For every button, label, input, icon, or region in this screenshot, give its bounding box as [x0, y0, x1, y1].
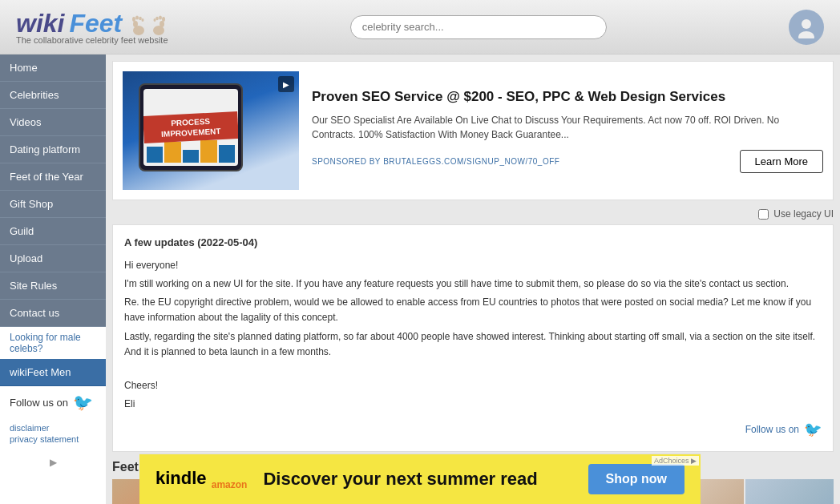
ad-description: Our SEO Specialist Are Available On Live… [312, 113, 823, 142]
foot-icon-right [150, 13, 168, 35]
feet-thumb[interactable] [745, 479, 834, 504]
updates-follow-link[interactable]: Follow us on [745, 422, 799, 437]
foot-icon-left [130, 13, 147, 35]
updates-box: A few updates (2022-05-04) Hi everyone! … [112, 224, 834, 452]
follow-label: Follow us on [10, 397, 68, 409]
amazon-smile: amazon [212, 479, 248, 490]
sidebar-links: disclaimer privacy statement [0, 418, 106, 450]
sidebar-item-videos[interactable]: Videos [0, 109, 106, 136]
kindle-logo: kindle amazon [155, 468, 247, 490]
updates-author: Eli [124, 397, 822, 412]
search-area [184, 15, 773, 39]
updates-line1: I'm still working on a new UI for the si… [124, 276, 822, 292]
user-avatar[interactable] [789, 10, 824, 45]
svg-point-11 [154, 18, 156, 22]
updates-line3: Lastly, regarding the site's planned dat… [124, 329, 822, 360]
ad-footer: SPONSORED BY BRUTALEGGS.COM/SIGNUP_NOW/7… [312, 150, 823, 173]
bottom-ad-text: Discover your next summer read [263, 469, 537, 490]
bottom-ad: AdChoices ▶ kindle amazon Discover your … [139, 454, 701, 504]
header: wikiFeet [0, 0, 840, 54]
sidebar: Home Celebrities Videos Dating platform … [0, 54, 106, 504]
disclaimer-link[interactable]: disclaimer [10, 423, 96, 433]
logo-feet: Feet [69, 9, 122, 38]
privacy-link[interactable]: privacy statement [10, 434, 96, 444]
sidebar-item-gift-shop[interactable]: Gift Shop [0, 191, 106, 218]
sidebar-ad-icon: ▶ [50, 457, 57, 468]
sidebar-item-guild[interactable]: Guild [0, 218, 106, 245]
ad-play-icon: ▶ [278, 76, 294, 92]
svg-point-4 [139, 16, 142, 19]
updates-cheers: Cheers! [124, 378, 822, 393]
svg-point-3 [135, 15, 139, 19]
sidebar-item-contact-us[interactable]: Contact us [0, 300, 106, 327]
sidebar-item-site-rules[interactable]: Site Rules [0, 272, 106, 300]
svg-point-1 [133, 21, 138, 27]
user-area[interactable] [789, 10, 824, 45]
svg-point-9 [159, 15, 162, 19]
twitter-icon[interactable]: 🐦 [73, 393, 93, 412]
sidebar-item-upload[interactable]: Upload [0, 245, 106, 272]
sidebar-wikifeet-men[interactable]: wikiFeet Men [0, 359, 106, 386]
ad-image-text: PROCESS IMPROVEMENT [143, 111, 238, 143]
ad-sponsor: SPONSORED BY BRUTALEGGS.COM/SIGNUP_NOW/7… [312, 157, 559, 166]
legacy-row: Use legacy UI [112, 208, 834, 220]
updates-footer: Follow us on 🐦 [124, 418, 822, 442]
user-icon [795, 16, 818, 38]
ad-title: Proven SEO Service @ $200 - SEO, PPC & W… [312, 88, 823, 106]
ad-banner: PROCESS IMPROVEMENT ▶ [112, 61, 834, 200]
learn-more-button[interactable]: Learn More [740, 150, 823, 173]
svg-point-8 [162, 17, 165, 22]
sidebar-item-celebrities[interactable]: Celebrities [0, 82, 106, 109]
ad-image: PROCESS IMPROVEMENT ▶ [123, 71, 299, 190]
legacy-label[interactable]: Use legacy UI [773, 208, 834, 220]
sidebar-item-feet-of-year[interactable]: Feet of the Year [0, 163, 106, 191]
svg-point-7 [160, 21, 164, 27]
sidebar-ad: ▶ [0, 450, 106, 474]
ad-content: Proven SEO Service @ $200 - SEO, PPC & W… [312, 88, 823, 172]
updates-twitter-icon[interactable]: 🐦 [804, 418, 822, 442]
shop-now-button[interactable]: Shop now [588, 464, 685, 494]
updates-line2: Re. the EU copyright directive problem, … [124, 295, 822, 325]
foot-icons [130, 13, 168, 35]
follow-section: Follow us on 🐦 [0, 386, 106, 418]
svg-point-10 [155, 16, 159, 19]
sidebar-item-dating-platform[interactable]: Dating platform [0, 136, 106, 163]
logo-subtitle: The collaborative celebrity feet website [16, 35, 168, 45]
sidebar-male-celebs[interactable]: Looking for male celebs? [0, 327, 106, 359]
logo: wikiFeet [16, 9, 168, 38]
svg-point-12 [802, 19, 811, 29]
logo-wiki: wiki [16, 9, 64, 38]
updates-greeting: Hi everyone! [124, 258, 822, 273]
search-input[interactable] [350, 15, 607, 39]
logo-area: wikiFeet [16, 9, 168, 45]
sidebar-item-home[interactable]: Home [0, 54, 106, 82]
updates-title: A few updates (2022-05-04) [124, 235, 822, 252]
svg-point-5 [142, 18, 144, 22]
legacy-checkbox[interactable] [758, 209, 769, 220]
updates-body: Hi everyone! I'm still working on a new … [124, 258, 822, 413]
ad-choices-label: AdChoices ▶ [652, 456, 699, 466]
svg-point-13 [798, 31, 814, 38]
svg-point-2 [132, 17, 135, 22]
main-content: PROCESS IMPROVEMENT ▶ [106, 54, 840, 504]
layout: Home Celebrities Videos Dating platform … [0, 54, 840, 504]
